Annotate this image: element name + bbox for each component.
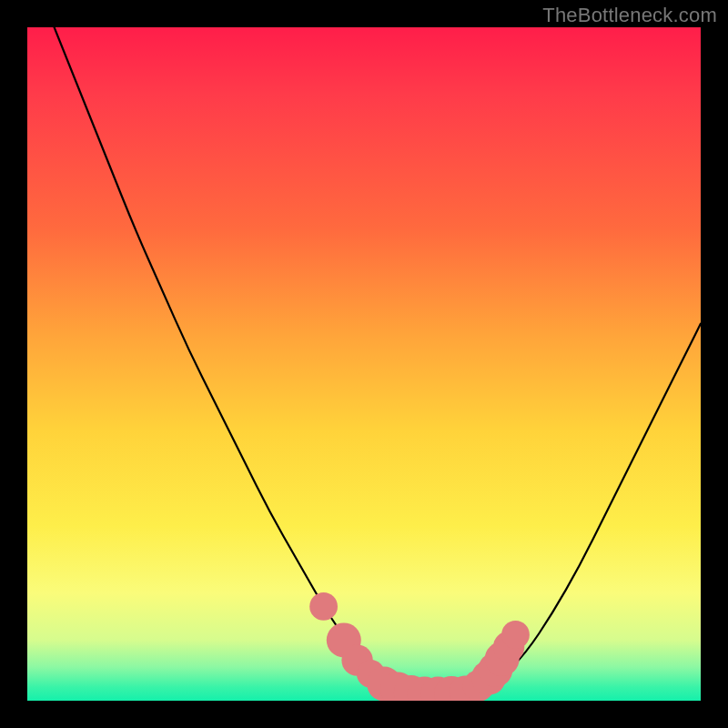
plot-area (27, 27, 701, 701)
chart-frame: TheBottleneck.com (0, 0, 728, 728)
curve-markers (309, 592, 530, 701)
bottleneck-curve (55, 27, 701, 694)
watermark-text: TheBottleneck.com (542, 4, 717, 27)
curve-marker (309, 592, 338, 621)
curve-marker (501, 621, 530, 649)
chart-svg (27, 27, 701, 701)
